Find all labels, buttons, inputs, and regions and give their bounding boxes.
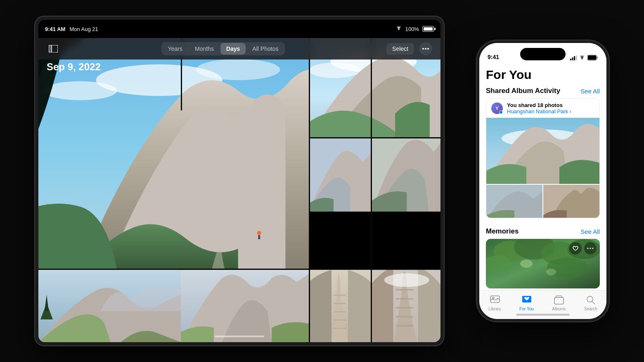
ipad-toolbar: Years Months Days All Photos Select [38,38,440,60]
svg-point-49 [547,257,588,278]
svg-rect-17 [334,319,346,321]
svg-point-30 [425,48,426,50]
iphone-content: For You Shared Album Activity See All Y [479,64,606,290]
grid-line-horizontal-1 [38,269,440,270]
svg-point-4 [257,231,261,235]
svg-point-8 [309,62,361,78]
ipad-battery-percent: 100% [405,26,419,32]
svg-rect-35 [576,55,577,60]
grid-line-horizontal-2 [309,137,440,138]
user-avatar: Y [491,102,503,114]
ipad-battery-icon [422,26,434,32]
iphone-device: 9:41 [477,40,609,322]
segment-all-photos[interactable]: All Photos [246,43,284,55]
ipad-time: 9:41 AM [45,26,65,32]
svg-rect-21 [395,298,414,299]
shared-activity-text: You shared 18 photos Huangshan National … [507,102,594,114]
svg-point-51 [546,269,556,275]
iphone-screen-title: For You [479,64,606,85]
scene: 9:41 AM Mon Aug 21 100% [0,0,644,362]
grid-line-vertical-1 [309,38,310,342]
svg-rect-37 [597,57,598,59]
ipad-date-label: Sep 9, 2022 [47,61,101,73]
shared-photo-thumb-1 [486,185,542,218]
ipad-statusbar: 9:41 AM Mon Aug 21 100% [38,20,440,38]
svg-rect-5 [258,235,260,239]
shared-activity-line1: You shared 18 photos [507,102,594,108]
svg-rect-16 [334,311,346,312]
svg-point-52 [587,248,589,249]
svg-point-60 [587,296,593,302]
svg-rect-22 [395,307,414,308]
tab-for-you[interactable]: For You [519,295,533,311]
memories-title: Memories [486,227,519,236]
shared-action-text: shared 18 photos [518,102,563,108]
svg-line-61 [592,302,595,305]
svg-point-56 [492,297,494,299]
ipad-statusbar-right: 100% [395,26,434,32]
svg-rect-34 [574,56,575,60]
svg-rect-14 [334,295,346,296]
svg-rect-15 [334,303,346,304]
shared-photo-thumb-2 [543,185,599,218]
segment-months[interactable]: Months [189,43,220,55]
iphone-time: 9:41 [488,54,499,60]
tab-albums-label: Albums [552,307,566,311]
svg-rect-27 [49,45,52,52]
ipad-photos-grid [38,38,440,342]
ipad-statusbar-left: 9:41 AM Mon Aug 21 [45,26,98,32]
memories-card[interactable] [486,239,600,288]
shared-album-name[interactable]: Huangshan National Park › [507,108,594,114]
svg-point-29 [422,48,424,50]
memories-section [479,239,606,288]
svg-rect-24 [395,325,414,326]
svg-rect-59 [554,298,564,304]
svg-rect-32 [570,59,571,60]
svg-point-2 [196,59,280,80]
shared-photo-main [486,118,599,184]
shared-album-header: Shared Album Activity See All [479,85,606,98]
ipad-more-button[interactable] [419,42,432,55]
svg-point-25 [384,273,429,287]
iphone-home-indicator [516,314,570,316]
svg-point-50 [520,260,533,268]
svg-rect-33 [572,57,573,60]
iphone-wifi-icon [579,55,585,60]
tab-library-icon [490,295,500,305]
dynamic-island [520,48,566,60]
shared-by-user: You [507,102,517,108]
shared-activity-card[interactable]: Y You shared 18 photos Huangshan Nationa… [486,98,600,218]
segment-days[interactable]: Days [220,43,246,55]
svg-point-54 [592,248,594,249]
tab-search-label: Search [584,307,597,311]
shared-album-see-all[interactable]: See All [580,88,600,95]
memories-see-all[interactable]: See All [580,228,600,235]
ipad-segmented-control: Years Months Days All Photos [161,42,285,55]
ipad-status-date: Mon Aug 21 [69,26,98,32]
svg-rect-20 [395,289,414,291]
tab-albums-icon [554,295,564,305]
svg-point-31 [427,48,429,50]
memory-heart-button[interactable] [569,242,582,255]
memories-header: Memories See All [479,223,606,239]
svg-point-53 [590,248,591,249]
segment-years[interactable]: Years [162,43,188,55]
tab-library-label: Library [488,307,501,311]
iphone-battery-icon [587,55,598,60]
tab-for-you-label: For You [519,307,533,311]
ipad-scroll-indicator [215,336,264,337]
tab-albums[interactable]: Albums [552,295,566,311]
ipad-battery-fill [424,27,433,31]
tab-search-icon [585,295,596,305]
ipad-wifi-icon [395,26,402,32]
svg-point-3 [43,81,117,100]
tab-library[interactable]: Library [488,295,501,311]
ipad-select-button[interactable]: Select [386,43,414,55]
ipad-toolbar-right: Select [386,42,432,55]
grid-line-vertical-2 [371,38,372,342]
memories-overlay-buttons [569,242,597,255]
memory-more-button[interactable] [584,242,597,255]
tab-search[interactable]: Search [584,295,597,311]
ipad-screen: 9:41 AM Mon Aug 21 100% [38,20,440,342]
ipad-sidebar-button[interactable] [47,42,60,55]
